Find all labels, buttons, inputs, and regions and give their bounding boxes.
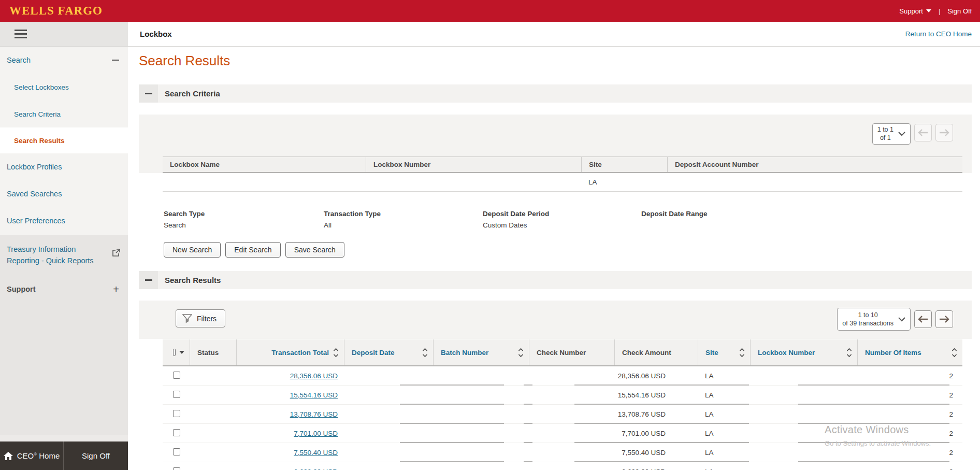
save-search-button[interactable]: Save Search: [285, 242, 344, 258]
sort-control[interactable]: [952, 348, 957, 358]
sort-control[interactable]: [422, 348, 428, 358]
expand-section-icon[interactable]: +: [113, 284, 119, 294]
cell-select: [163, 410, 190, 419]
cell-number-of-items: 2: [857, 391, 962, 399]
column-header-batch-number[interactable]: Batch Number: [433, 339, 529, 365]
transaction-total-link[interactable]: 7,701.00 USD: [294, 430, 338, 437]
transaction-total-link[interactable]: 13,708.76 USD: [290, 410, 338, 418]
sidebar-item-saved-searches[interactable]: Saved Searches: [0, 180, 128, 207]
results-table-body: 28,356.06 USD28,356.06 USDLA215,554.16 U…: [163, 366, 962, 470]
main-content: Search Results Search Criteria 1 to 1of …: [128, 47, 980, 470]
cell-select: [163, 448, 190, 457]
sidebar: SearchSelect LockboxesSearch CriteriaSea…: [0, 47, 128, 470]
return-to-ceo-home-link[interactable]: Return to CEO Home: [905, 30, 972, 38]
support-menu[interactable]: Support: [899, 7, 931, 15]
ceo-home-link[interactable]: CEO® Home: [0, 441, 64, 470]
criteria-page-range-select[interactable]: 1 to 1of 1: [872, 123, 911, 145]
column-label: Site: [705, 349, 718, 357]
field-search-type: Search TypeSearch: [164, 210, 324, 230]
transaction-total-link[interactable]: 28,356.06 USD: [290, 372, 338, 380]
results-page-range-select[interactable]: 1 to 10of 39 transactions: [837, 308, 911, 331]
column-header-site[interactable]: Site: [698, 339, 750, 365]
sign-off-link[interactable]: Sign Off: [947, 7, 972, 15]
collapse-search-results-button[interactable]: [139, 271, 158, 289]
column-header-lockbox-number[interactable]: Lockbox Number: [750, 339, 857, 365]
sort-control[interactable]: [846, 348, 852, 358]
cell-site: LA: [698, 410, 750, 418]
sidebar-item-label: Search Results: [14, 137, 65, 145]
select-all-menu-caret[interactable]: [179, 351, 184, 354]
hamburger-icon: [15, 30, 27, 31]
row-checkbox[interactable]: [173, 372, 180, 379]
cell-check-amount: 7,701.00 USD: [614, 430, 698, 437]
row-checkbox[interactable]: [173, 391, 180, 398]
topbar-divider: |: [939, 7, 940, 15]
results-previous-page-button[interactable]: [914, 310, 932, 328]
sidebar-item-treasury-information-reporting-quick-reports[interactable]: Treasury Information Reporting - Quick R…: [0, 234, 128, 276]
transaction-total-link[interactable]: 6,600.00 USD: [294, 468, 338, 470]
row-checkbox[interactable]: [173, 467, 180, 470]
appbar: Lockbox Return to CEO Home: [128, 22, 980, 47]
cell-site: LA: [698, 430, 750, 437]
sort-control[interactable]: [739, 348, 745, 358]
transaction-total-link[interactable]: 7,550.40 USD: [294, 449, 338, 457]
footer-sign-off-link[interactable]: Sign Off: [64, 441, 128, 470]
row-checkbox[interactable]: [173, 410, 180, 417]
results-table-header: StatusTransaction TotalDeposit DateBatch…: [163, 339, 962, 366]
screen: WELLS FARGO Support | Sign Off Lockbox R…: [0, 0, 980, 470]
criteria-fields: Search TypeSearchTransaction TypeAllDepo…: [164, 210, 961, 230]
field-transaction-type: Transaction TypeAll: [324, 210, 483, 230]
filters-button[interactable]: Filters: [176, 309, 225, 327]
minus-icon: [145, 93, 152, 94]
column-header-transaction-total[interactable]: Transaction Total: [236, 339, 344, 365]
ceo-home-label: CEO® Home: [17, 451, 60, 460]
table-row: 15,554.16 USD15,554.16 USDLA2: [163, 386, 962, 405]
sort-control[interactable]: [518, 348, 524, 358]
criteria-table-row: LA: [163, 173, 962, 192]
new-search-button[interactable]: New Search: [164, 242, 221, 258]
criteria-previous-page-button: [914, 124, 932, 141]
field-deposit-date-period: Deposit Date PeriodCustom Dates: [483, 210, 641, 230]
sidebar-item-support[interactable]: Support+: [0, 276, 128, 303]
sidebar-item-label: Search Criteria: [14, 110, 61, 118]
table-row: 7,550.40 USD7,550.40 USDLA2: [163, 443, 962, 462]
column-header-status: Status: [190, 339, 236, 365]
sort-control[interactable]: [333, 348, 339, 358]
transaction-total-link[interactable]: 15,554.16 USD: [290, 391, 338, 399]
sidebar-item-user-preferences[interactable]: User Preferences: [0, 207, 128, 234]
arrow-right-icon: [939, 316, 949, 323]
cell-select: [163, 372, 190, 380]
home-icon: [4, 452, 13, 460]
sidebar-item-search[interactable]: Search: [0, 47, 128, 74]
menu-toggle-button[interactable]: [15, 30, 27, 38]
sidebar-item-lockbox-profiles[interactable]: Lockbox Profiles: [0, 153, 128, 180]
table-row: 7,701.00 USD7,701.00 USDLA2: [163, 424, 962, 443]
section-title: Search Criteria: [165, 89, 220, 98]
criteria-cell-site: LA: [581, 173, 667, 191]
select-all-checkbox[interactable]: [173, 349, 176, 356]
sort-arrows-icon: [739, 348, 745, 358]
sidebar-item-search-criteria[interactable]: Search Criteria: [0, 101, 128, 127]
sidebar-item-search-results[interactable]: Search Results: [0, 127, 128, 153]
cell-number-of-items: 2: [857, 449, 962, 457]
criteria-page-range-label: 1 to 1of 1: [877, 125, 893, 143]
sort-arrows-icon: [422, 348, 428, 358]
row-checkbox[interactable]: [173, 429, 180, 436]
cell-select: [163, 467, 190, 470]
app-title: Lockbox: [140, 30, 172, 38]
collapse-search-criteria-button[interactable]: [139, 84, 158, 103]
collapse-section-icon[interactable]: [112, 60, 119, 61]
edit-search-button[interactable]: Edit Search: [225, 242, 280, 258]
cell-transaction-total: 15,554.16 USD: [236, 391, 344, 399]
column-header-deposit-date[interactable]: Deposit Date: [344, 339, 433, 365]
search-criteria-section-header: Search Criteria: [139, 84, 972, 103]
results-next-page-button[interactable]: [935, 310, 953, 328]
criteria-cell-lockbox-number: [366, 173, 581, 191]
sidebar-item-label: Search: [7, 56, 31, 64]
cell-check-amount: 7,550.40 USD: [614, 449, 698, 457]
sidebar-item-select-lockboxes[interactable]: Select Lockboxes: [0, 74, 128, 101]
row-checkbox[interactable]: [173, 448, 180, 455]
column-header-number-of-items[interactable]: Number Of Items: [857, 339, 962, 365]
sidebar-item-label: Lockbox Profiles: [7, 163, 62, 171]
sidebar-item-label: Select Lockboxes: [14, 83, 69, 91]
